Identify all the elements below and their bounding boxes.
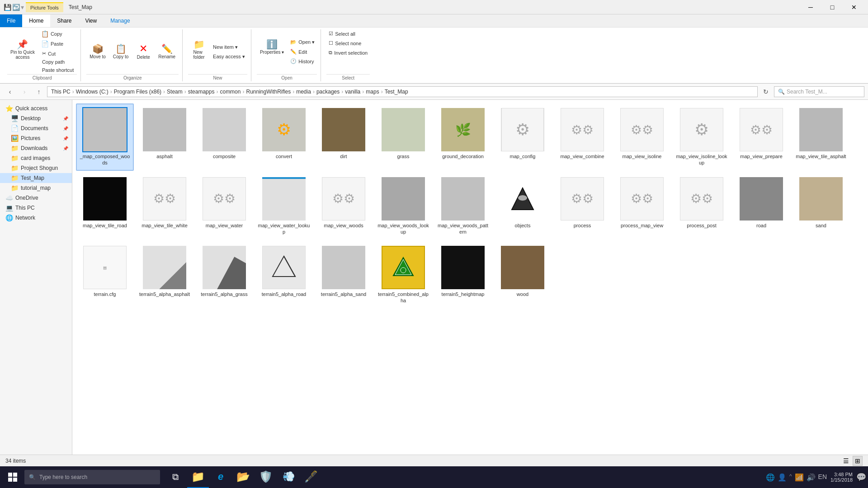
notification-icon[interactable]: 🌐 <box>766 473 775 482</box>
language-icon[interactable]: EN <box>818 473 827 482</box>
sidebar-item-this-pc[interactable]: 💻 This PC <box>0 203 72 213</box>
sidebar-item-quick-access[interactable]: ⭐ Quick access <box>0 103 72 113</box>
sidebar-item-desktop[interactable]: 🖥️ Desktop 📌 <box>0 113 72 123</box>
path-windows-c[interactable]: Windows (C:) <box>76 89 108 95</box>
file-terrain5-combined-alpha[interactable]: terrain5_combined_alpha <box>374 241 432 309</box>
taskbar-unknown-app[interactable]: 🛡️ <box>255 466 277 488</box>
file-grass[interactable]: grass <box>374 103 432 171</box>
path-this-pc[interactable]: This PC <box>51 89 71 95</box>
tab-file[interactable]: File <box>0 14 22 27</box>
taskbar-file-explorer-2[interactable]: 📂 <box>232 466 254 488</box>
network-status-icon[interactable]: 📶 <box>795 473 804 482</box>
path-runningwithrifles[interactable]: RunningWithRifles <box>246 89 291 95</box>
search-box[interactable]: 🔍 Search Test_M... <box>774 86 864 97</box>
user-icon[interactable]: 👤 <box>778 473 787 482</box>
file-map-view-combine[interactable]: ⚙⚙ map_view_combine <box>553 103 611 171</box>
file-objects[interactable]: objects <box>494 173 552 240</box>
file-map-config[interactable]: ⚙ map_config <box>494 103 552 171</box>
file-map-composed-woods[interactable]: _map_composed_woods <box>76 103 134 171</box>
tab-view[interactable]: View <box>78 14 104 27</box>
file-wood[interactable]: wood <box>494 241 552 309</box>
address-path[interactable]: This PC › Windows (C:) › Program Files (… <box>47 86 758 97</box>
file-terrain5-alpha-asphalt[interactable]: terrain5_alpha_asphalt <box>136 241 193 309</box>
delete-button[interactable]: ✕ Delete <box>132 42 154 62</box>
sidebar-item-documents[interactable]: 📄 Documents 📌 <box>0 123 72 133</box>
maximize-button[interactable]: □ <box>822 0 843 14</box>
file-map-view-woods[interactable]: ⚙⚙ map_view_woods <box>315 173 373 240</box>
file-terrain5-heightmap[interactable]: terrain5_heightmap <box>434 241 492 309</box>
tab-manage[interactable]: Manage <box>104 14 137 27</box>
sidebar-item-pictures[interactable]: 🖼️ Pictures 📌 <box>0 133 72 143</box>
up-button[interactable]: ↑ <box>33 85 45 98</box>
move-to-button[interactable]: 📦 Move to <box>86 42 109 61</box>
select-all-button[interactable]: ☑ Select all <box>326 29 358 38</box>
file-ground-decoration[interactable]: 🌿 ground_decoration <box>434 103 492 171</box>
edit-button[interactable]: ✏️ Edit <box>288 47 317 56</box>
file-map-view-isoline[interactable]: ⚙⚙ map_view_isoline <box>613 103 671 171</box>
paste-shortcut-button[interactable]: Paste shortcut <box>40 66 76 74</box>
file-map-view-woods-lookup[interactable]: map_view_woods_lookup <box>374 173 432 240</box>
file-road[interactable]: road <box>732 173 790 240</box>
file-process[interactable]: ⚙⚙ process <box>553 173 611 240</box>
path-steam[interactable]: Steam <box>167 89 183 95</box>
copy-to-button[interactable]: 📋 Copy to <box>110 42 132 61</box>
file-terrain5-alpha-grass[interactable]: terrain5_alpha_grass <box>195 241 253 309</box>
file-composite[interactable]: composite <box>195 103 253 171</box>
file-process-map-view[interactable]: ⚙⚙ process_map_view <box>613 173 671 240</box>
file-process-post[interactable]: ⚙⚙ process_post <box>673 173 731 240</box>
volume-icon[interactable]: 🔊 <box>807 473 816 482</box>
path-packages[interactable]: packages <box>316 89 340 95</box>
file-sand[interactable]: sand <box>792 173 850 240</box>
properties-button[interactable]: ℹ️ Properties ▾ <box>257 38 287 66</box>
select-none-button[interactable]: ☐ Select none <box>326 39 363 47</box>
path-maps[interactable]: maps <box>366 89 379 95</box>
copy-path-button[interactable]: Copy path <box>40 58 76 66</box>
file-map-view-tile-road[interactable]: map_view_tile_road <box>76 173 134 240</box>
taskbar-inkscape[interactable]: 🖋️ <box>300 466 322 488</box>
open-button[interactable]: 📂 Open ▾ <box>288 38 317 47</box>
taskbar-steam[interactable]: 💨 <box>278 466 299 488</box>
path-test-map[interactable]: Test_Map <box>385 89 408 95</box>
easy-access-button[interactable]: Easy access ▾ <box>211 52 247 61</box>
sidebar-item-onedrive[interactable]: ☁️ OneDrive <box>0 193 72 203</box>
taskbar-search-box[interactable]: 🔍 Type here to search <box>24 470 160 484</box>
cut-button[interactable]: ✂ Cut <box>40 49 76 58</box>
close-button[interactable]: ✕ <box>844 0 864 14</box>
action-center-icon[interactable]: 💬 <box>856 472 866 482</box>
invert-selection-button[interactable]: ⧉ Invert selection <box>326 48 370 57</box>
file-map-view-prepare[interactable]: ⚙⚙ map_view_prepare <box>732 103 790 171</box>
path-common[interactable]: common <box>220 89 241 95</box>
path-media[interactable]: media <box>296 89 311 95</box>
minimize-button[interactable]: ─ <box>800 0 821 14</box>
file-map-view-water-lookup[interactable]: map_view_water_lookup <box>255 173 313 240</box>
file-map-view-tile-white[interactable]: ⚙⚙ map_view_tile_white <box>136 173 193 240</box>
taskbar-clock[interactable]: 3:48 PM 1/15/2018 <box>830 472 853 483</box>
file-terrain5-alpha-sand[interactable]: terrain5_alpha_sand <box>315 241 373 309</box>
new-item-button[interactable]: New item ▾ <box>211 43 247 52</box>
file-dirt[interactable]: dirt <box>315 103 373 171</box>
refresh-button[interactable]: ↻ <box>760 85 772 98</box>
sidebar-item-test-map[interactable]: 📁 Test_Map <box>0 173 72 183</box>
file-asphalt[interactable]: asphalt <box>136 103 193 171</box>
file-convert[interactable]: ⚙ convert <box>255 103 313 171</box>
new-folder-button[interactable]: 📁 Newfolder <box>188 38 210 66</box>
taskbar-file-explorer[interactable]: 📁 <box>187 466 209 488</box>
list-view-button[interactable]: ☰ <box>841 456 851 466</box>
sidebar-item-tutorial-map[interactable]: 📁 tutorial_map <box>0 183 72 193</box>
path-vanilla[interactable]: vanilla <box>345 89 360 95</box>
rename-button[interactable]: ✏️ Rename <box>155 42 179 61</box>
tab-share[interactable]: Share <box>50 14 78 27</box>
file-map-view-isoline-lookup[interactable]: ⚙ map_view_isoline_lookup <box>673 103 731 171</box>
file-terrain5-alpha-road[interactable]: terrain5_alpha_road <box>255 241 313 309</box>
path-steamapps[interactable]: steamapps <box>188 89 215 95</box>
sidebar-item-network[interactable]: 🌐 Network <box>0 213 72 223</box>
pin-to-quick-access-button[interactable]: 📌 Pin to Quickaccess <box>7 38 38 66</box>
forward-button[interactable]: › <box>18 85 31 98</box>
path-program-files[interactable]: Program Files (x86) <box>114 89 161 95</box>
file-map-view-woods-pattern[interactable]: map_view_woods_pattern <box>434 173 492 240</box>
sidebar-item-downloads[interactable]: 📁 Downloads 📌 <box>0 143 72 153</box>
taskbar-edge[interactable]: e <box>210 466 231 488</box>
history-button[interactable]: 🕐 History <box>288 57 317 66</box>
copy-button[interactable]: 📋 Copy <box>39 29 77 38</box>
taskbar-task-view[interactable]: ⧉ <box>165 466 186 488</box>
